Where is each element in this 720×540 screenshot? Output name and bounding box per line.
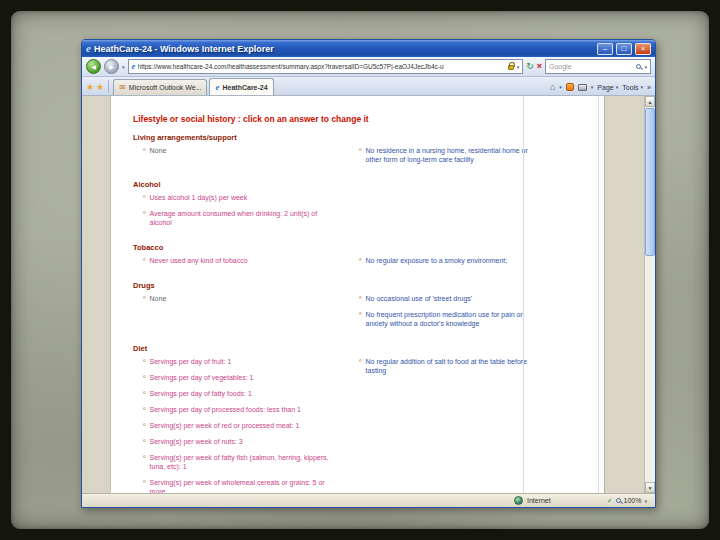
zoom-level: 100% bbox=[624, 497, 642, 504]
scrollbar-thumb[interactable] bbox=[645, 108, 655, 256]
answer-link[interactable]: None bbox=[150, 294, 167, 303]
list-item: ºAverage amount consumed when drinking: … bbox=[143, 209, 341, 227]
title-bar[interactable]: e HeathCare-24 - Windows Internet Explor… bbox=[82, 40, 655, 57]
answer-link[interactable]: Servings per day of processed foods: les… bbox=[150, 405, 301, 414]
outlook-icon: ✉ bbox=[119, 83, 126, 92]
home-dropdown-icon[interactable]: ▾ bbox=[559, 84, 562, 90]
tab-bar: ★ ★ ✉ Microsoft Outlook We... e HeathCar… bbox=[82, 77, 655, 96]
list-item: ºServing(s) per week of nuts: 3 bbox=[143, 437, 341, 446]
list-item: ºNone bbox=[143, 146, 341, 155]
add-favorite-icon[interactable]: ★ bbox=[96, 82, 104, 92]
security-zone-label: Internet bbox=[527, 497, 551, 504]
search-icon[interactable] bbox=[636, 64, 641, 69]
page-favicon-icon: e bbox=[132, 62, 136, 71]
browser-window: e HeathCare-24 - Windows Internet Explor… bbox=[81, 39, 656, 508]
bullet-icon: º bbox=[143, 389, 146, 398]
zoom-dropdown-icon[interactable]: ▾ bbox=[644, 498, 647, 504]
feeds-icon[interactable] bbox=[566, 83, 574, 91]
left-answer-column: ºUses alcohol 1 day(s) per weekºAverage … bbox=[133, 193, 341, 234]
refresh-button[interactable]: ↻ bbox=[526, 62, 534, 71]
section-heading: Tobacco bbox=[133, 243, 604, 252]
list-item: ºServings per day of processed foods: le… bbox=[143, 405, 341, 414]
close-button[interactable]: × bbox=[635, 43, 651, 55]
bullet-icon: º bbox=[143, 294, 146, 303]
list-item: ºNo residence in a nursing home, residen… bbox=[359, 146, 529, 164]
bullet-icon: º bbox=[359, 294, 362, 303]
section-heading: Diet bbox=[133, 344, 604, 353]
vertical-scrollbar[interactable]: ▲ ▼ bbox=[644, 96, 655, 493]
right-answer-column: ºNo regular addition of salt to food at … bbox=[349, 357, 529, 493]
overflow-chevron-icon[interactable]: » bbox=[647, 84, 651, 91]
back-button[interactable]: ◀ bbox=[86, 59, 101, 74]
answer-link[interactable]: No occasional use of 'street drugs' bbox=[366, 294, 473, 303]
address-input[interactable]: e https://www.healthcare-24.com/healthas… bbox=[128, 59, 524, 74]
bullet-icon: º bbox=[143, 146, 146, 155]
bullet-icon: º bbox=[143, 193, 146, 202]
list-item: ºServings per day of vegetables: 1 bbox=[143, 373, 341, 382]
left-answer-column: ºServings per day of fruit: 1ºServings p… bbox=[133, 357, 341, 493]
answer-link[interactable]: Average amount consumed when drinking: 2… bbox=[150, 209, 341, 227]
stop-button[interactable]: × bbox=[537, 62, 542, 71]
answer-link[interactable]: Servings per day of vegetables: 1 bbox=[150, 373, 254, 382]
answer-link[interactable]: No residence in a nursing home, resident… bbox=[366, 146, 529, 164]
list-item: ºServing(s) per week of fatty fish (salm… bbox=[143, 453, 341, 471]
home-icon[interactable]: ⌂ bbox=[550, 82, 555, 92]
search-dropdown-icon[interactable]: ▾ bbox=[644, 64, 647, 70]
web-page: Lifestyle or social history : click on a… bbox=[110, 96, 605, 493]
maximize-button[interactable]: □ bbox=[616, 43, 632, 55]
bullet-icon: º bbox=[359, 310, 362, 328]
list-item: ºNo regular exposure to a smoky environm… bbox=[359, 256, 529, 265]
page-menu[interactable]: Page ▾ bbox=[597, 84, 618, 91]
left-answer-column: ºNone bbox=[133, 294, 341, 335]
bullet-icon: º bbox=[143, 478, 146, 493]
answer-link[interactable]: Serving(s) per week of wholemeal cereals… bbox=[150, 478, 341, 493]
list-item: ºNo regular addition of salt to food at … bbox=[359, 357, 529, 375]
tab-label: HeathCare-24 bbox=[222, 84, 267, 91]
answer-link[interactable]: Servings per day of fruit: 1 bbox=[150, 357, 232, 366]
minimize-button[interactable]: – bbox=[597, 43, 613, 55]
section-heading: Alcohol bbox=[133, 180, 604, 189]
right-answer-column: ºNo occasional use of 'street drugs'ºNo … bbox=[349, 294, 529, 335]
answer-link[interactable]: Serving(s) per week of red or processed … bbox=[150, 421, 300, 430]
window-title: HeathCare-24 - Windows Internet Explorer bbox=[94, 44, 594, 54]
tab-label: Microsoft Outlook We... bbox=[129, 84, 202, 91]
command-bar: ⌂ ▾ ▾ Page ▾ Tools ▾ » bbox=[550, 82, 651, 95]
bullet-icon: º bbox=[143, 256, 146, 265]
answer-link[interactable]: Uses alcohol 1 day(s) per week bbox=[150, 193, 248, 202]
scroll-down-button[interactable]: ▼ bbox=[645, 482, 655, 493]
answer-link[interactable]: Servings per day of fatty foods: 1 bbox=[150, 389, 252, 398]
answer-link[interactable]: None bbox=[150, 146, 167, 155]
list-item: ºNone bbox=[143, 294, 341, 303]
tab-healthcare24[interactable]: e HeathCare-24 bbox=[209, 78, 273, 95]
browser-viewport: Lifestyle or social history : click on a… bbox=[82, 96, 655, 493]
answer-link[interactable]: No frequent prescription medication use … bbox=[366, 310, 529, 328]
favorites-star-icon[interactable]: ★ bbox=[86, 82, 94, 92]
right-answer-column: ºNo regular exposure to a smoky environm… bbox=[349, 256, 529, 272]
left-answer-column: ºNone bbox=[133, 146, 341, 171]
section-living-arrangements-support: Living arrangements/supportºNoneºNo resi… bbox=[133, 133, 604, 171]
forward-button[interactable]: ▶ bbox=[104, 59, 119, 74]
history-dropdown-icon[interactable]: ▾ bbox=[122, 64, 125, 70]
tools-menu[interactable]: Tools ▾ bbox=[622, 84, 643, 91]
print-icon[interactable] bbox=[578, 84, 587, 91]
search-input[interactable]: Google ▾ bbox=[545, 59, 651, 74]
section-drugs: DrugsºNoneºNo occasional use of 'street … bbox=[133, 281, 604, 335]
answer-link[interactable]: No regular addition of salt to food at t… bbox=[366, 357, 529, 375]
answer-link[interactable]: Serving(s) per week of nuts: 3 bbox=[150, 437, 243, 446]
list-item: ºNo occasional use of 'street drugs' bbox=[359, 294, 529, 303]
address-dropdown-icon[interactable]: ▾ bbox=[517, 64, 520, 70]
answer-link[interactable]: Serving(s) per week of fatty fish (salmo… bbox=[150, 453, 341, 471]
page-title: Lifestyle or social history : click on a… bbox=[133, 114, 604, 124]
answer-link[interactable]: No regular exposure to a smoky environme… bbox=[366, 256, 508, 265]
list-item: ºUses alcohol 1 day(s) per week bbox=[143, 193, 341, 202]
tools-menu-label: Tools bbox=[622, 84, 638, 91]
print-dropdown-icon[interactable]: ▾ bbox=[591, 84, 594, 90]
tab-outlook[interactable]: ✉ Microsoft Outlook We... bbox=[113, 79, 207, 95]
answer-link[interactable]: Never used any kind of tobacco bbox=[150, 256, 248, 265]
url-text: https://www.healthcare-24.com/healthasse… bbox=[138, 63, 505, 70]
scroll-up-button[interactable]: ▲ bbox=[645, 96, 655, 107]
bullet-icon: º bbox=[143, 357, 146, 366]
zoom-control[interactable]: ✓ 100% ▾ bbox=[607, 497, 647, 505]
ie-logo-icon: e bbox=[86, 43, 91, 54]
slide-background: e HeathCare-24 - Windows Internet Explor… bbox=[0, 0, 720, 540]
